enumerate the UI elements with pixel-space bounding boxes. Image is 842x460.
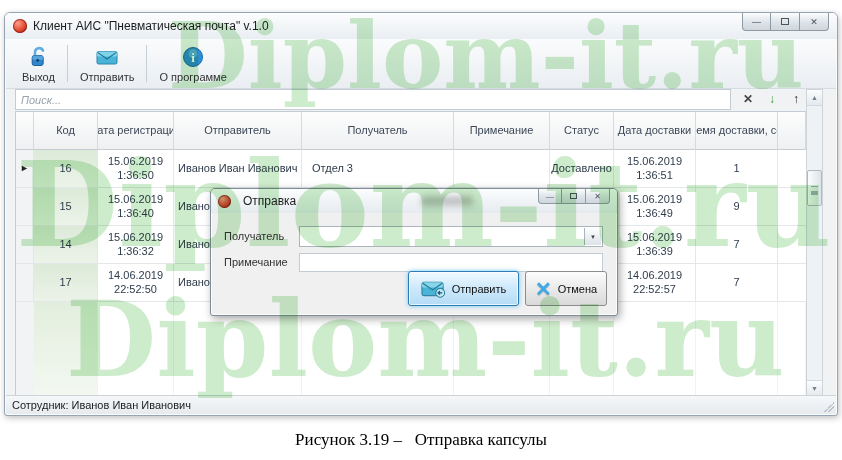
cell-code: 17 — [34, 264, 98, 302]
cell-duration: 1 — [696, 150, 778, 188]
maximize-button[interactable] — [771, 13, 800, 31]
envelope-icon — [94, 45, 120, 69]
exit-button[interactable]: Выход — [12, 39, 65, 88]
cell-del-date: 15.06.20191:36:39 — [614, 226, 696, 264]
chevron-down-icon: ▼ — [590, 234, 596, 240]
note-input[interactable] — [299, 253, 603, 272]
empty-cell — [696, 302, 778, 397]
note-label: Примечание — [224, 256, 288, 268]
about-label: О программе — [159, 71, 226, 83]
app-icon — [13, 19, 27, 33]
toolbar-separator — [67, 45, 68, 82]
search-input[interactable] — [15, 89, 731, 110]
window-controls: — ✕ — [742, 13, 829, 31]
header-indicator — [16, 112, 34, 150]
table-row[interactable]: ► 16 15.06.20191:36:50 Иванов Иван Ивано… — [16, 150, 806, 188]
window-title: Клиент АИС "Пневматическая почта" v.1.0 — [33, 19, 269, 33]
exit-label: Выход — [22, 71, 55, 83]
cell-status: Доставлено — [550, 150, 614, 188]
cell-note — [454, 150, 550, 188]
statusbar: Сотрудник: Иванов Иван Иванович — [6, 395, 836, 414]
receiver-combobox[interactable]: ▼ — [299, 226, 603, 247]
header-filler — [778, 112, 806, 150]
redacted-blur — [421, 196, 473, 206]
row-indicator — [16, 264, 34, 302]
header-sender[interactable]: Отправитель — [174, 112, 302, 150]
scroll-down-icon[interactable]: ▼ — [807, 380, 822, 396]
cell-filler — [778, 264, 806, 302]
cell-code: 14 — [34, 226, 98, 264]
header-status[interactable]: Статус — [550, 112, 614, 150]
thumb-grip — [811, 186, 818, 191]
figure-caption: Рисунок 3.19 – Отправка капсулы — [0, 430, 842, 450]
empty-cell — [614, 302, 696, 397]
search-clear-icon[interactable]: ✕ — [739, 91, 757, 108]
lock-open-icon — [26, 45, 50, 69]
minimize-button[interactable]: — — [742, 13, 771, 31]
dialog-cancel-button[interactable]: ✕ Отмена — [525, 271, 607, 306]
cell-duration: 9 — [696, 188, 778, 226]
dialog-send-label: Отправить — [452, 283, 507, 295]
titlebar: Клиент АИС "Пневматическая почта" v.1.0 — [5, 13, 837, 39]
cell-filler — [778, 150, 806, 188]
resize-grip[interactable] — [824, 402, 834, 412]
dialog-close-button[interactable]: ✕ — [586, 189, 610, 204]
search-next-icon[interactable]: ↓ — [763, 91, 781, 108]
scroll-up-icon[interactable]: ▲ — [807, 90, 822, 106]
combobox-dropdown-button[interactable]: ▼ — [584, 228, 601, 245]
row-indicator: ► — [16, 150, 34, 188]
statusbar-text: Сотрудник: Иванов Иван Иванович — [12, 399, 191, 411]
toolbar: Выход Отправить i О программе — [6, 39, 836, 89]
empty-cell — [778, 302, 806, 397]
send-toolbar-button[interactable]: Отправить — [70, 39, 145, 88]
table-empty-area — [16, 302, 806, 397]
empty-cell — [174, 302, 302, 397]
dialog-send-button[interactable]: Отправить — [408, 271, 519, 306]
dialog-maximize-button[interactable] — [562, 189, 586, 204]
scrollbar-thumb[interactable] — [807, 170, 822, 206]
dialog-title: Отправка — [243, 194, 296, 208]
maximize-icon — [781, 18, 789, 25]
focused-row-marker-icon: ► — [20, 163, 29, 174]
cell-del-date: 14.06.201922:52:57 — [614, 264, 696, 302]
cell-receiver: Отдел 3 — [302, 150, 454, 188]
cancel-x-icon: ✕ — [535, 279, 552, 299]
empty-code-strip — [34, 302, 98, 397]
empty-cell — [302, 302, 454, 397]
close-button[interactable]: ✕ — [800, 13, 829, 31]
header-note[interactable]: Примечание — [454, 112, 550, 150]
empty-cell — [550, 302, 614, 397]
cell-duration: 7 — [696, 226, 778, 264]
cell-del-date: 15.06.20191:36:49 — [614, 188, 696, 226]
cell-sender: Иванов Иван Иванович — [174, 150, 302, 188]
search-panel: ✕ ↓ ↑ — [15, 89, 827, 111]
cell-filler — [778, 226, 806, 264]
empty-cell — [98, 302, 174, 397]
about-button[interactable]: i О программе — [149, 39, 236, 88]
empty-cell — [454, 302, 550, 397]
cell-code: 16 — [34, 150, 98, 188]
dialog-icon — [218, 195, 231, 208]
envelope-send-icon — [421, 279, 446, 299]
cell-reg-date: 15.06.20191:36:32 — [98, 226, 174, 264]
search-prev-icon[interactable]: ↑ — [787, 91, 805, 108]
cell-reg-date: 15.06.20191:36:50 — [98, 150, 174, 188]
maximize-icon — [570, 193, 577, 199]
header-reg-date[interactable]: Дата регистрации — [98, 112, 174, 150]
header-del-time[interactable]: Время доставки, сек. — [696, 112, 778, 150]
header-receiver[interactable]: Получатель — [302, 112, 454, 150]
cell-reg-date: 15.06.20191:36:40 — [98, 188, 174, 226]
receiver-label: Получатель — [224, 230, 284, 242]
cell-reg-date: 14.06.201922:52:50 — [98, 264, 174, 302]
table-header-row: Код Дата регистрации Отправитель Получат… — [16, 112, 806, 150]
dialog-minimize-button[interactable]: — — [538, 189, 562, 204]
header-del-date[interactable]: Дата доставки — [614, 112, 696, 150]
cell-duration: 7 — [696, 264, 778, 302]
dialog-cancel-label: Отмена — [558, 283, 597, 295]
cell-code: 15 — [34, 188, 98, 226]
cell-del-date: 15.06.20191:36:51 — [614, 150, 696, 188]
header-code[interactable]: Код — [34, 112, 98, 150]
vertical-scrollbar[interactable]: ▲ ▼ — [806, 89, 823, 397]
send-toolbar-label: Отправить — [80, 71, 135, 83]
svg-text:i: i — [191, 50, 195, 65]
